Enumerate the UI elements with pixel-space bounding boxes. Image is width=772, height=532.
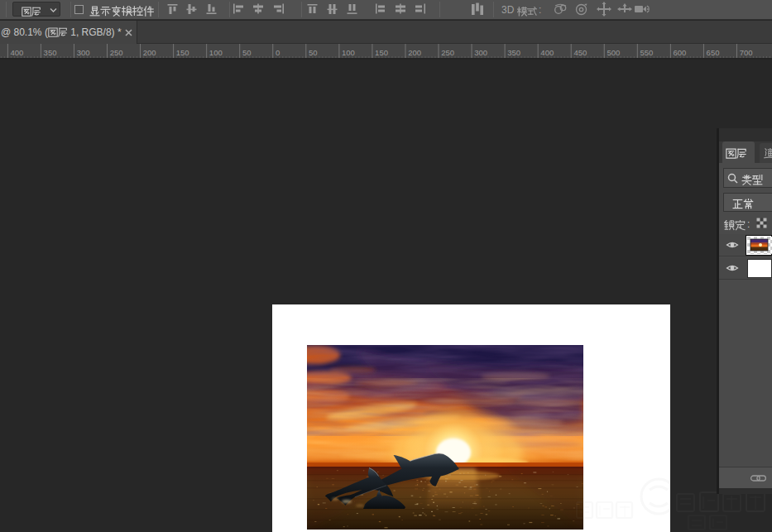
svg-text:100: 100: [209, 48, 223, 57]
svg-text:100: 100: [342, 48, 355, 57]
svg-text:150: 150: [176, 48, 189, 57]
svg-text:50: 50: [242, 48, 252, 57]
svg-text:250: 250: [110, 48, 123, 57]
svg-text:0: 0: [276, 48, 280, 57]
svg-text:450: 450: [573, 48, 587, 57]
svg-text:400: 400: [540, 48, 554, 57]
svg-text:700: 700: [740, 48, 753, 57]
svg-text:650: 650: [707, 48, 720, 57]
svg-text:350: 350: [44, 48, 57, 57]
svg-text:300: 300: [77, 48, 90, 57]
svg-text:200: 200: [143, 48, 156, 57]
svg-text:300: 300: [474, 48, 487, 57]
svg-text:50: 50: [309, 48, 318, 57]
svg-text:400: 400: [11, 48, 24, 57]
svg-text:150: 150: [375, 48, 388, 57]
svg-text:200: 200: [408, 48, 421, 57]
svg-text:600: 600: [674, 48, 687, 57]
svg-text:500: 500: [607, 48, 620, 57]
svg-text:350: 350: [507, 48, 520, 57]
svg-text:550: 550: [640, 48, 654, 57]
svg-text:250: 250: [441, 48, 454, 57]
